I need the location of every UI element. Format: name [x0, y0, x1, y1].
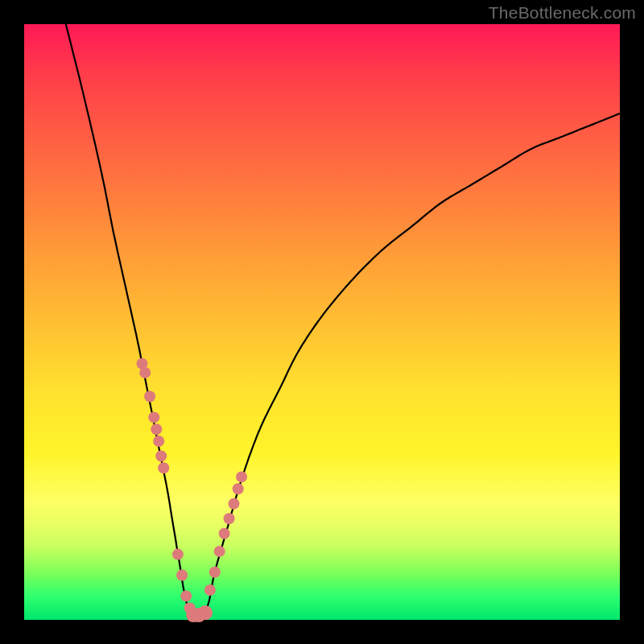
marker-dot [198, 605, 213, 620]
marker-dot [180, 590, 192, 601]
marker-dot [204, 584, 216, 596]
chart-plot-area [24, 24, 620, 620]
marker-dot [148, 411, 159, 423]
marker-dot [144, 391, 155, 402]
marker-dot [151, 423, 162, 435]
marker-dot [219, 528, 230, 539]
marker-dot [176, 570, 188, 581]
marker-dot [139, 367, 151, 378]
marker-dots [137, 358, 248, 622]
marker-dot [214, 546, 225, 557]
marker-dot [236, 471, 247, 482]
marker-dot [229, 498, 240, 510]
marker-dot [153, 436, 164, 447]
marker-dot [209, 567, 221, 578]
chart-svg [24, 24, 620, 620]
watermark-text: TheBottleneck.com [489, 3, 636, 23]
marker-dot [172, 549, 184, 560]
bottleneck-curve [66, 24, 620, 617]
marker-dot [224, 513, 235, 524]
marker-dot [155, 451, 167, 462]
marker-dot [233, 483, 244, 494]
chart-frame: TheBottleneck.com [0, 0, 644, 644]
marker-dot [158, 462, 169, 473]
